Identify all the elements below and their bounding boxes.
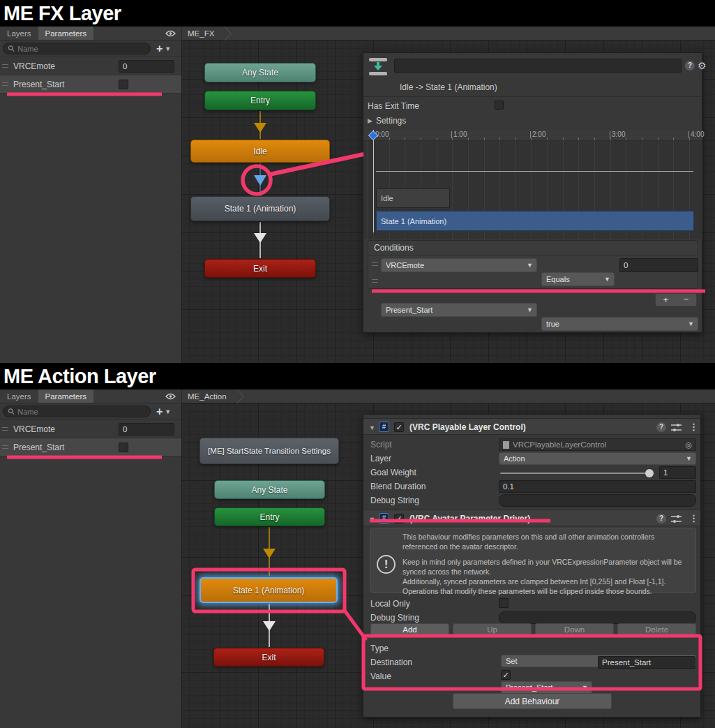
condition2-operator-dropdown[interactable]: true▼ xyxy=(541,317,698,331)
drag-handle-icon[interactable] xyxy=(2,445,8,449)
blend-duration-input[interactable] xyxy=(499,480,696,493)
add-parameter-button[interactable]: + xyxy=(156,406,163,417)
local-only-checkbox[interactable] xyxy=(499,598,509,608)
has-exit-time-checkbox[interactable] xyxy=(495,101,504,110)
presets-icon[interactable] xyxy=(671,514,682,523)
goal-weight-slider-handle[interactable] xyxy=(645,469,654,477)
delete-button[interactable]: Delete xyxy=(617,623,696,635)
action-node-entry[interactable]: Entry xyxy=(214,507,325,526)
kebab-menu-icon[interactable]: ⋮ xyxy=(689,514,698,523)
type-label: Type xyxy=(370,644,389,653)
help-icon[interactable]: ? xyxy=(656,514,666,523)
timeline-body[interactable]: Idle State 1 (Animation) xyxy=(364,141,702,239)
condition2-parameter: Present_Start xyxy=(386,306,432,314)
condition1-operator-dropdown[interactable]: Equals▼ xyxy=(541,272,615,286)
add-button[interactable]: Add xyxy=(370,623,449,635)
action-param-row-present-start[interactable]: Present_Start xyxy=(0,438,181,456)
fx-tab-layers[interactable]: Layers xyxy=(0,27,38,40)
condition2-parameter-dropdown[interactable]: Present_Start▼ xyxy=(381,303,537,317)
playable-layer-control-header[interactable]: ▼ # ✓ (VRC Playable Layer Control) ? ⋮ xyxy=(363,418,700,435)
fx-breadcrumb[interactable]: ME_FX xyxy=(182,29,214,38)
down-button[interactable]: Down xyxy=(535,623,614,635)
timeline-bar-state1[interactable]: State 1 (Animation) xyxy=(376,211,694,231)
drag-handle-icon[interactable] xyxy=(2,64,8,68)
fx-node-state1[interactable]: State 1 (Animation) xyxy=(190,196,330,221)
up-button[interactable]: Up xyxy=(453,623,532,635)
csharp-script-icon: # xyxy=(379,513,389,523)
condition1-parameter-dropdown[interactable]: VRCEmote▼ xyxy=(381,258,537,272)
kebab-menu-icon[interactable]: ⋮ xyxy=(689,422,698,431)
driver-enabled-checkbox[interactable]: ✓ xyxy=(394,514,404,523)
action-node-exit[interactable]: Exit xyxy=(213,648,324,667)
object-picker-icon[interactable]: ◎ xyxy=(685,440,692,450)
action-search-field[interactable] xyxy=(3,406,151,417)
fx-param-vrcemote-value[interactable] xyxy=(119,60,174,73)
layer-label: Layer xyxy=(370,454,391,463)
playable-enabled-checkbox[interactable]: ✓ xyxy=(394,422,404,432)
add-parameter-caret-icon[interactable]: ▼ xyxy=(165,45,171,52)
script-object-field[interactable]: VRCPlayableLayerControl ◎ xyxy=(499,438,696,451)
avatar-parameter-driver-header[interactable]: ▼ # ✓ (VRC Avatar Parameter Driver) ? ⋮ xyxy=(363,510,700,526)
fx-parameters-panel: + ▼ VRCEmote Present_Start xyxy=(0,40,181,363)
timeline-playhead[interactable] xyxy=(373,130,374,232)
add-behaviour-button[interactable]: Add Behaviour xyxy=(453,693,612,709)
gear-icon[interactable]: ⚙ xyxy=(698,61,707,70)
eye-icon[interactable] xyxy=(165,389,176,403)
transition-name-input[interactable] xyxy=(394,59,682,73)
fx-tab-parameters[interactable]: Parameters xyxy=(38,27,93,40)
transition-icon xyxy=(368,57,389,76)
driver-info-box: This behaviour modifies parameters on th… xyxy=(370,528,696,593)
transition-duration-line[interactable] xyxy=(376,171,693,172)
transition-timeline[interactable]: 0:00 1:00 2:00 3:00 4:00 Idle State 1 (A… xyxy=(364,130,702,232)
action-inspector: ▼ # ✓ (VRC Playable Layer Control) ? ⋮ S… xyxy=(363,414,701,718)
playable-debug-string-input[interactable] xyxy=(499,494,696,507)
goal-weight-input[interactable] xyxy=(659,466,696,479)
settings-foldout[interactable]: ▶ Settings xyxy=(368,116,406,126)
fx-search-field[interactable] xyxy=(3,43,151,54)
condition1-value-input[interactable] xyxy=(619,258,698,272)
driver-debug-string-input[interactable] xyxy=(499,611,696,624)
action-param-vrcemote-value[interactable] xyxy=(119,423,174,436)
fx-transition-inspector: ? ⚙ Idle -> State 1 (Animation) Has Exit… xyxy=(363,52,702,333)
action-search-input[interactable] xyxy=(17,408,146,416)
fx-node-idle[interactable]: Idle xyxy=(190,140,330,163)
fx-param-row-vrcemote[interactable]: VRCEmote xyxy=(0,57,181,75)
drag-handle-icon[interactable] xyxy=(372,262,378,266)
fx-node-entry[interactable]: Entry xyxy=(204,91,316,110)
action-tab-parameters[interactable]: Parameters xyxy=(38,389,93,403)
add-parameter-caret-icon[interactable]: ▼ xyxy=(165,408,171,415)
remove-condition-button[interactable]: − xyxy=(676,294,696,306)
help-icon[interactable]: ? xyxy=(685,61,695,70)
fx-param-row-present-start[interactable]: Present_Start xyxy=(0,75,181,94)
action-param-present-start-checkbox[interactable] xyxy=(119,443,128,452)
drag-handle-icon[interactable] xyxy=(372,279,378,283)
fx-node-exit[interactable]: Exit xyxy=(204,259,316,278)
action-param-row-vrcemote[interactable]: VRCEmote xyxy=(0,420,181,438)
drag-handle-icon[interactable] xyxy=(2,82,8,86)
timeline-ruler[interactable]: 0:00 1:00 2:00 3:00 4:00 xyxy=(364,130,702,141)
presets-icon[interactable] xyxy=(671,423,682,432)
value-checkbox[interactable]: ✓ xyxy=(501,670,511,680)
action-param-vrcemote-label: VRCEmote xyxy=(13,424,55,434)
destination-dropdown[interactable]: Present_Start▼ xyxy=(501,681,592,694)
goal-weight-slider-track[interactable] xyxy=(500,473,650,474)
eye-icon[interactable] xyxy=(165,27,176,40)
destination-name-input[interactable] xyxy=(598,656,695,669)
fx-param-present-start-checkbox[interactable] xyxy=(119,80,128,89)
action-breadcrumb[interactable]: ME_Action xyxy=(182,392,227,401)
help-icon[interactable]: ? xyxy=(656,422,666,432)
action-node-state1[interactable]: State 1 (Animation) xyxy=(200,577,338,603)
layer-dropdown[interactable]: Action▼ xyxy=(499,452,696,465)
foldout-arrow-icon[interactable]: ▼ xyxy=(369,516,375,523)
action-node-any-state[interactable]: Any State xyxy=(214,480,325,499)
divider xyxy=(368,255,698,255)
action-node-comment[interactable]: [ME] StartState Transition Settings xyxy=(200,438,339,464)
fx-node-any-state[interactable]: Any State xyxy=(204,63,316,82)
add-condition-button[interactable]: + xyxy=(656,294,676,306)
timeline-bar-idle[interactable]: Idle xyxy=(376,188,450,208)
foldout-arrow-icon[interactable]: ▼ xyxy=(369,424,375,431)
drag-handle-icon[interactable] xyxy=(2,427,8,431)
add-parameter-button[interactable]: + xyxy=(156,43,163,54)
fx-search-input[interactable] xyxy=(17,45,146,53)
action-tab-layers[interactable]: Layers xyxy=(0,389,38,403)
